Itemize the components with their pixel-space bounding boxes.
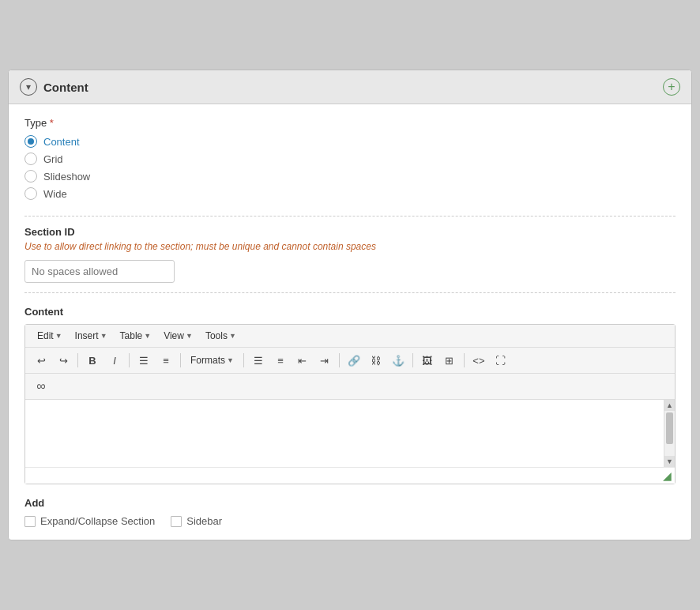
- section-id-input[interactable]: [24, 260, 175, 283]
- align-center-button[interactable]: ≡: [156, 351, 175, 370]
- radio-label-content: Content: [43, 136, 80, 148]
- type-label: Type *: [24, 117, 676, 129]
- menu-tools-caret: ▼: [229, 332, 236, 340]
- checkbox-sidebar[interactable]: Sidebar: [171, 515, 222, 527]
- menu-table[interactable]: Table ▼: [115, 328, 157, 344]
- formats-label: Formats: [190, 355, 225, 366]
- menu-insert-label: Insert: [75, 330, 99, 341]
- link-button[interactable]: 🔗: [344, 351, 363, 370]
- unlink-button[interactable]: ⛓: [367, 351, 386, 370]
- required-star: *: [50, 117, 54, 129]
- panel-header: ▾ Content +: [9, 70, 691, 104]
- scrollbar-thumb[interactable]: [666, 412, 673, 444]
- radio-item-slideshow[interactable]: Slideshow: [24, 170, 676, 183]
- editor-body[interactable]: [25, 400, 664, 467]
- panel-header-left: ▾ Content: [20, 78, 88, 96]
- code-button[interactable]: <>: [469, 351, 488, 370]
- checkbox-label-expand: Expand/Collapse Section: [40, 515, 155, 527]
- type-radio-group: Content Grid Slideshow Wide: [24, 135, 676, 200]
- editor-menubar: Edit ▼ Insert ▼ Table ▼ View ▼ Tools ▼: [25, 325, 675, 348]
- add-section-button[interactable]: +: [663, 78, 680, 96]
- undo-button[interactable]: ↩: [32, 351, 51, 370]
- checkbox-group: Expand/Collapse Section Sidebar: [24, 515, 676, 527]
- toolbar-sep-1: [77, 353, 78, 367]
- chevron-down-icon: ▾: [26, 81, 31, 92]
- menu-view-label: View: [164, 330, 184, 341]
- menu-tools-label: Tools: [205, 330, 228, 341]
- fullscreen-button[interactable]: ⛶: [491, 351, 510, 370]
- toolbar-sep-2: [129, 353, 130, 367]
- toolbar-sep-4: [243, 353, 244, 367]
- content-section-label: Content: [24, 306, 676, 318]
- section-id-hint: Use to allow direct linking to the secti…: [24, 241, 676, 252]
- panel-body: Type * Content Grid Slideshow Wide: [9, 104, 691, 540]
- menu-edit-label: Edit: [37, 330, 54, 341]
- menu-edit[interactable]: Edit ▼: [32, 328, 68, 344]
- add-section: Add Expand/Collapse Section Sidebar: [24, 497, 676, 527]
- radio-label-wide: Wide: [43, 188, 67, 200]
- editor-resize-handle[interactable]: ◢: [25, 467, 675, 484]
- radio-item-content[interactable]: Content: [24, 135, 676, 148]
- toolbar-sep-6: [412, 353, 413, 367]
- indent-increase-button[interactable]: ⇥: [315, 351, 334, 370]
- toolbar-sep-3: [180, 353, 181, 367]
- checkbox-box-expand: [24, 516, 36, 527]
- image-button[interactable]: 🖼: [418, 351, 437, 370]
- toolbar-sep-5: [339, 353, 340, 367]
- divider-2: [24, 292, 676, 293]
- formats-caret: ▼: [227, 356, 234, 364]
- menu-edit-caret: ▼: [55, 332, 62, 340]
- radio-item-grid[interactable]: Grid: [24, 152, 676, 165]
- italic-button[interactable]: I: [105, 351, 124, 370]
- align-left-button[interactable]: ☰: [134, 351, 153, 370]
- menu-insert[interactable]: Insert ▼: [70, 328, 113, 344]
- rich-text-editor: Edit ▼ Insert ▼ Table ▼ View ▼ Tools ▼: [24, 324, 676, 484]
- scrollbar-track: [664, 411, 675, 456]
- checkbox-label-sidebar: Sidebar: [186, 515, 222, 527]
- menu-view-caret: ▼: [186, 332, 193, 340]
- radio-label-slideshow: Slideshow: [43, 171, 90, 183]
- checkbox-expand-collapse[interactable]: Expand/Collapse Section: [24, 515, 155, 527]
- unordered-list-button[interactable]: ☰: [249, 351, 268, 370]
- menu-table-caret: ▼: [144, 332, 151, 340]
- radio-label-grid: Grid: [43, 153, 63, 165]
- redo-button[interactable]: ↪: [54, 351, 73, 370]
- scrollbar-down-button[interactable]: ▼: [664, 456, 675, 467]
- bold-button[interactable]: B: [83, 351, 102, 370]
- table-button[interactable]: ⊞: [440, 351, 459, 370]
- divider-1: [24, 216, 676, 217]
- anchor-button[interactable]: ⚓: [389, 351, 408, 370]
- editor-scroll-area: ▲ ▼: [25, 400, 675, 467]
- indent-decrease-button[interactable]: ⇤: [293, 351, 312, 370]
- radio-input-wide: [24, 187, 37, 200]
- formats-dropdown[interactable]: Formats ▼: [186, 353, 239, 367]
- add-label: Add: [24, 497, 676, 509]
- radio-input-content: [24, 135, 37, 148]
- editor-main: [25, 400, 664, 467]
- collapse-button[interactable]: ▾: [20, 78, 37, 96]
- radio-input-grid: [24, 152, 37, 165]
- editor-toolbar-row2: ∞: [25, 374, 675, 400]
- menu-insert-caret: ▼: [100, 332, 107, 340]
- panel-title: Content: [43, 81, 88, 94]
- menu-view[interactable]: View ▼: [158, 328, 198, 344]
- editor-toolbar: ↩ ↪ B I ☰ ≡ Formats ▼ ☰ ≡ ⇤ ⇥ 🔗: [25, 348, 675, 374]
- main-panel: ▾ Content + Type * Content Grid: [8, 70, 692, 540]
- special-chars-button[interactable]: ∞: [32, 377, 51, 396]
- ordered-list-button[interactable]: ≡: [271, 351, 290, 370]
- toolbar-sep-7: [464, 353, 465, 367]
- scrollbar-up-button[interactable]: ▲: [664, 400, 675, 411]
- editor-scrollbar[interactable]: ▲ ▼: [664, 400, 675, 467]
- section-id-label: Section ID: [24, 226, 676, 238]
- radio-item-wide[interactable]: Wide: [24, 187, 676, 200]
- radio-input-slideshow: [24, 170, 37, 183]
- menu-table-label: Table: [120, 330, 143, 341]
- menu-tools[interactable]: Tools ▼: [200, 328, 242, 344]
- plus-icon: +: [668, 81, 675, 93]
- checkbox-box-sidebar: [171, 516, 182, 527]
